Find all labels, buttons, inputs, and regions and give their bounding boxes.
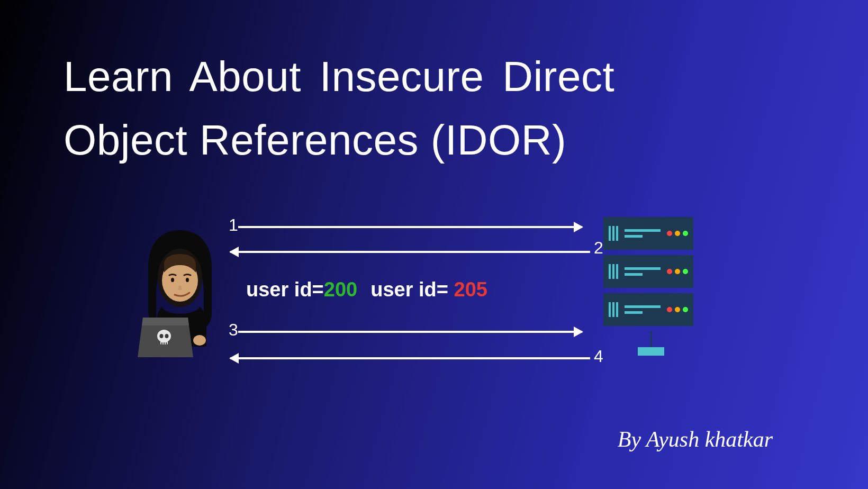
idor-diagram: 1 2 user id=200 user id= 205 3 4 (132, 217, 699, 397)
arrow-label-2: 2 (594, 238, 603, 258)
server-unit (603, 217, 693, 250)
arrow-1 (238, 226, 582, 228)
title-line-1: Learn About Insecure Direct (64, 45, 614, 108)
svg-point-3 (186, 278, 189, 282)
server-stand (650, 331, 652, 347)
svg-rect-9 (164, 342, 165, 345)
server-unit (603, 293, 693, 326)
arrow-label-4: 4 (594, 347, 603, 366)
page-title: Learn About Insecure Direct Object Refer… (64, 45, 614, 172)
server-icon (603, 217, 699, 365)
server-unit (603, 255, 693, 288)
svg-point-11 (193, 335, 206, 346)
svg-rect-10 (166, 342, 167, 345)
userid-left-label: user id= (246, 278, 324, 301)
svg-rect-8 (161, 342, 162, 345)
arrow-4 (230, 357, 590, 359)
userid-right-value: 205 (454, 278, 487, 301)
hacker-icon (132, 225, 228, 363)
userid-row: user id=200 user id= 205 (246, 278, 487, 301)
svg-point-7 (165, 334, 169, 338)
userid-left-value: 200 (324, 278, 357, 301)
arrow-label-3: 3 (229, 320, 238, 340)
svg-point-6 (160, 334, 164, 338)
userid-left: user id=200 (246, 278, 357, 301)
svg-point-2 (171, 278, 174, 282)
userid-right-label: user id= (370, 278, 454, 301)
author-credit: By Ayush khatkar (618, 427, 773, 452)
arrow-3 (238, 331, 582, 333)
server-base (638, 347, 664, 356)
userid-right: user id= 205 (370, 278, 487, 301)
arrow-2 (230, 251, 590, 253)
arrow-label-1: 1 (229, 215, 238, 235)
title-line-2: Object References (IDOR) (64, 108, 614, 172)
